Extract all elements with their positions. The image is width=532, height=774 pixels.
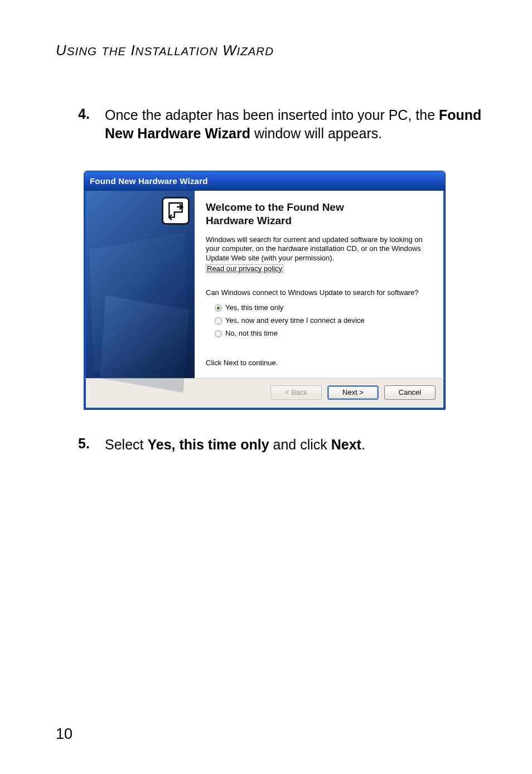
radio-label-2: Yes, now and every time I connect a devi… bbox=[225, 316, 365, 326]
radio-dot-icon bbox=[215, 304, 222, 312]
welcome-line-2: Hardware Wizard bbox=[206, 214, 429, 228]
radio-empty-icon bbox=[215, 330, 222, 337]
continue-hint: Click Next to continue. bbox=[206, 359, 429, 368]
step-5: 5. Select Yes, this time only and click … bbox=[78, 436, 482, 454]
heading-w: W bbox=[223, 42, 237, 59]
dialog-screenshot: Found New Hardware Wizard Welcome to the bbox=[84, 171, 482, 410]
heading-the: THE bbox=[101, 45, 126, 57]
page-number: 10 bbox=[56, 725, 72, 743]
step-4-text-pre: Once the adapter has been inserted into … bbox=[105, 107, 439, 123]
dialog-titlebar: Found New Hardware Wizard bbox=[84, 171, 445, 191]
step-4: 4. Once the adapter has been inserted in… bbox=[78, 106, 482, 143]
heading-izard: IZARD bbox=[236, 45, 274, 57]
back-button: < Back bbox=[270, 385, 322, 400]
step-4-number: 4. bbox=[78, 106, 95, 143]
radio-empty-icon bbox=[215, 317, 222, 325]
dialog-paragraph: Windows will search for current and upda… bbox=[206, 235, 429, 264]
heading-nstallation: NSTALLATION bbox=[136, 45, 218, 57]
dialog-title: Found New Hardware Wizard bbox=[90, 176, 208, 186]
radio-option-yes-this-time[interactable]: Yes, this time only bbox=[215, 303, 429, 313]
heading-sing: SING bbox=[67, 45, 97, 57]
cancel-button[interactable]: Cancel bbox=[384, 385, 436, 400]
step-5-bold1: Yes, this time only bbox=[147, 437, 269, 452]
step-5-bold2: Next bbox=[331, 437, 361, 452]
step-4-text-post: window will appears. bbox=[250, 125, 382, 141]
dialog-side-art bbox=[86, 191, 195, 378]
dialog-question: Can Windows connect to Windows Update to… bbox=[206, 288, 429, 298]
radio-option-no[interactable]: No, not this time bbox=[215, 329, 429, 338]
radio-option-yes-every-time[interactable]: Yes, now and every time I connect a devi… bbox=[215, 316, 429, 326]
privacy-policy-link[interactable]: Read our privacy policy bbox=[206, 264, 283, 273]
hardware-icon bbox=[160, 195, 191, 226]
radio-group: Yes, this time only Yes, now and every t… bbox=[215, 303, 429, 338]
radio-label-1: Yes, this time only bbox=[225, 303, 283, 313]
step-5-text: Select Yes, this time only and click Nex… bbox=[105, 436, 365, 454]
heading-u: U bbox=[56, 42, 67, 59]
dialog-welcome-title: Welcome to the Found New Hardware Wizard bbox=[206, 201, 429, 228]
step-5-mid: and click bbox=[269, 437, 331, 452]
next-button[interactable]: Next > bbox=[327, 385, 379, 400]
welcome-line-1: Welcome to the Found New bbox=[206, 201, 429, 214]
step-5-number: 5. bbox=[78, 436, 95, 454]
dialog-content: Welcome to the Found New Hardware Wizard… bbox=[195, 191, 443, 378]
step-5-post: . bbox=[361, 437, 365, 452]
step-4-text: Once the adapter has been inserted into … bbox=[105, 106, 482, 143]
radio-label-3: No, not this time bbox=[225, 329, 278, 338]
section-heading: USING THE INSTALLATION WIZARD bbox=[56, 42, 482, 59]
heading-i: I bbox=[130, 42, 135, 59]
found-new-hardware-dialog: Found New Hardware Wizard Welcome to the bbox=[84, 171, 446, 410]
step-5-pre: Select bbox=[105, 437, 147, 452]
